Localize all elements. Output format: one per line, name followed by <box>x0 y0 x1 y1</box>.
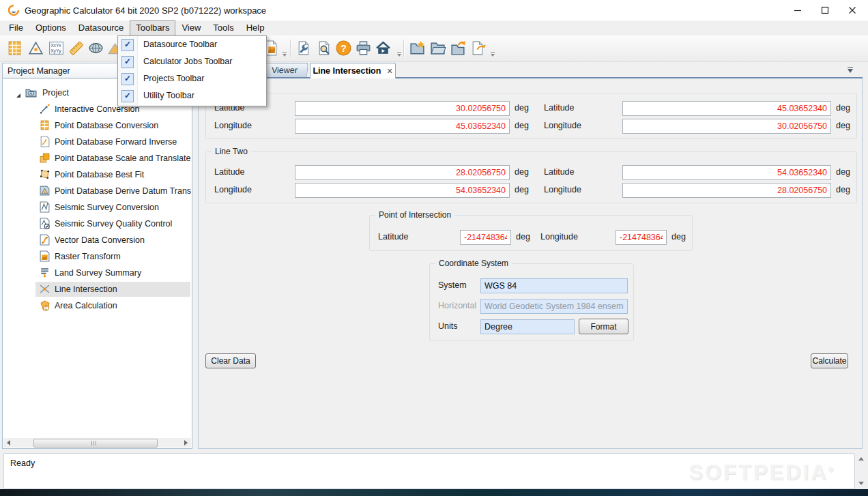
home-viewer-icon[interactable] <box>374 39 392 57</box>
tree-horizontal-scrollbar[interactable] <box>3 438 191 448</box>
tab-close-icon[interactable]: ✕ <box>386 67 392 76</box>
menu-item-datasource-toolbar[interactable]: Datasource Toolbar <box>118 36 266 53</box>
line-one-latitude-b-input[interactable] <box>622 101 831 116</box>
toolbar-overflow-icon[interactable] <box>282 52 288 58</box>
point-database-grid-icon <box>39 119 50 131</box>
area-calculation-icon: Σ <box>39 300 50 311</box>
tree-item-seismic-survey-quality-control[interactable]: Seismic Survey Quality Control <box>3 216 192 231</box>
line-one-longitude-b-input[interactable] <box>622 119 831 134</box>
document-wrench-icon[interactable] <box>295 39 313 57</box>
document-search-icon[interactable] <box>315 39 334 57</box>
svg-text:Σ: Σ <box>45 306 48 310</box>
toolbar-overflow-icon[interactable] <box>396 52 403 58</box>
forward-inverse-icon <box>39 136 50 147</box>
line-two-longitude-b-input[interactable] <box>622 183 831 198</box>
export-file-icon[interactable] <box>469 39 488 57</box>
menu-item-utility-toolbar[interactable]: Utility Toolbar <box>118 87 266 104</box>
menu-toolbars[interactable]: Toolbars <box>130 20 175 36</box>
tab-viewer[interactable]: Viewer <box>261 63 308 77</box>
line-two-longitude-a-input[interactable] <box>295 183 510 198</box>
tree-item-point-database-derive-datum[interactable]: Point Database Derive Datum Trans <box>3 184 192 199</box>
menu-options[interactable]: Options <box>29 20 72 35</box>
line-two-latitude-b-input[interactable] <box>622 165 831 180</box>
minimize-button[interactable] <box>783 0 812 20</box>
globe-icon[interactable] <box>87 39 105 57</box>
print-icon[interactable] <box>354 39 373 57</box>
vector-data-icon <box>39 234 50 246</box>
scrollbar-thumb[interactable] <box>33 439 158 448</box>
close-icon <box>848 6 856 14</box>
line-intersection-form: Line One Latitude deg Latitude deg Longi… <box>198 78 863 449</box>
raster-transform-icon <box>39 250 50 262</box>
help-icon[interactable]: ? <box>334 39 353 57</box>
longitude-label: Longitude <box>544 183 581 196</box>
tab-list-dropdown-icon[interactable] <box>847 67 854 74</box>
latitude-label: Latitude <box>214 165 244 179</box>
toolbars-dropdown-menu: Datasource Toolbar Calculator Jobs Toolb… <box>117 35 267 106</box>
line-two-latitude-a-input[interactable] <box>295 165 510 180</box>
desktop-background-strip <box>0 489 868 496</box>
scroll-right-icon[interactable] <box>184 440 188 446</box>
toolbar-overflow-icon[interactable] <box>490 52 496 58</box>
tree-item-point-database-conversion[interactable]: Point Database Conversion <box>3 118 192 133</box>
status-vertical-scrollbar[interactable] <box>857 454 865 488</box>
menu-file[interactable]: File <box>3 20 29 35</box>
tree-item-land-survey-summary[interactable]: Land Survey Summary <box>3 265 192 280</box>
checkmark-icon <box>121 56 134 68</box>
land-survey-icon <box>39 267 50 278</box>
minimize-icon <box>794 6 802 14</box>
calculate-button[interactable]: Calculate <box>811 353 848 368</box>
tab-line-intersection[interactable]: Line Intersection ✕ <box>310 63 396 78</box>
tree-item-point-database-forward-inverse[interactable]: Point Database Forward Inverse <box>3 134 192 149</box>
intersection-latitude-input[interactable] <box>460 230 511 245</box>
xy-coordinates-icon[interactable]: XxYxXyYy <box>47 39 66 57</box>
scroll-left-icon[interactable] <box>7 440 10 446</box>
system-input[interactable] <box>480 278 628 293</box>
clear-data-button[interactable]: Clear Data <box>205 353 256 368</box>
tree-item-line-intersection[interactable]: Line Intersection <box>3 282 192 297</box>
svg-text:XyYy: XyYy <box>50 48 61 54</box>
line-one-longitude-a-input[interactable] <box>295 119 510 134</box>
status-bar: Ready SOFTPEDIA® <box>3 453 855 489</box>
maximize-button[interactable] <box>811 0 839 20</box>
softpedia-watermark: SOFTPEDIA® <box>689 461 835 485</box>
menu-item-projects-toolbar[interactable]: Projects Toolbar <box>118 70 266 87</box>
triangle-point-icon[interactable] <box>27 39 45 57</box>
format-button[interactable]: Format <box>579 319 628 334</box>
deg-unit-label: deg <box>515 183 529 196</box>
open-folder-icon[interactable] <box>429 39 447 57</box>
menu-help[interactable]: Help <box>240 20 271 35</box>
export-folder-icon[interactable] <box>449 39 467 57</box>
tree-item-seismic-survey-conversion[interactable]: Seismic Survey Conversion <box>3 200 192 215</box>
project-tree: Project Interactive Conversion Point Dat… <box>3 78 192 437</box>
tree-item-raster-transform[interactable]: Raster Transform <box>3 249 192 264</box>
units-input[interactable] <box>480 319 575 334</box>
tree-expander-icon[interactable] <box>15 89 22 96</box>
point-database-grid-icon[interactable] <box>5 39 24 57</box>
project-manager-panel: Project Manager Project Interactive Conv… <box>2 63 192 449</box>
menu-view[interactable]: View <box>175 20 207 35</box>
point-of-intersection-label: Point of Intersection <box>375 210 454 220</box>
ruler-icon[interactable] <box>67 39 85 57</box>
intersection-longitude-input[interactable] <box>616 230 667 245</box>
checkmark-icon <box>121 90 134 102</box>
units-label: Units <box>438 319 457 333</box>
menu-datasource[interactable]: Datasource <box>72 20 130 35</box>
tree-item-vector-data-conversion[interactable]: Vector Data Conversion <box>3 233 192 248</box>
coordinate-system-group: Coordinate System System Horizontal Unit… <box>429 263 634 341</box>
line-one-latitude-a-input[interactable] <box>295 101 510 116</box>
tree-item-point-database-scale-translate[interactable]: Point Database Scale and Translate <box>3 151 192 166</box>
menu-item-calculator-jobs-toolbar[interactable]: Calculator Jobs Toolbar <box>118 53 266 70</box>
close-button[interactable] <box>838 0 867 20</box>
new-folder-icon[interactable] <box>408 39 426 57</box>
menu-tools[interactable]: Tools <box>207 20 240 35</box>
scroll-up-icon[interactable] <box>858 457 864 461</box>
derive-datum-icon <box>39 185 50 196</box>
deg-unit-label: deg <box>671 230 686 244</box>
scroll-down-icon[interactable] <box>858 482 864 485</box>
deg-unit-label: deg <box>515 119 529 132</box>
tree-item-area-calculation[interactable]: Σ Area Calculation <box>3 298 192 313</box>
line-two-group: Line Two Latitude deg Latitude deg Longi… <box>205 151 857 203</box>
coordinate-system-label: Coordinate System <box>435 259 512 268</box>
tree-item-point-database-best-fit[interactable]: Point Database Best Fit <box>3 167 192 182</box>
